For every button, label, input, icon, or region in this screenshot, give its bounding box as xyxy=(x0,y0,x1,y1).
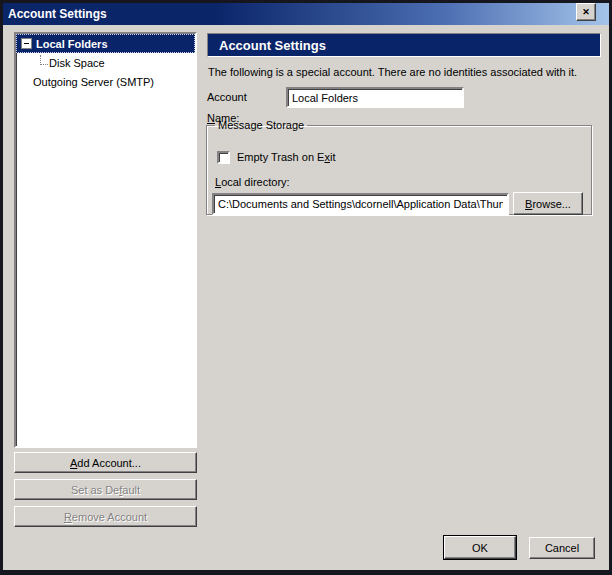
button-label: Add Account... xyxy=(70,457,141,469)
add-account-button[interactable]: Add Account... xyxy=(14,452,197,473)
panel-title: Account Settings xyxy=(219,38,326,53)
tree-item-local-folders[interactable]: Local Folders xyxy=(16,34,195,53)
button-label: Browse... xyxy=(525,198,571,210)
description-text: The following is a special account. Ther… xyxy=(208,66,600,78)
tree-item-label: Outgoing Server (SMTP) xyxy=(33,76,154,88)
empty-trash-label: Empty Trash on Exit xyxy=(237,151,335,163)
panel-header: Account Settings xyxy=(207,33,601,57)
close-button[interactable]: ✕ xyxy=(576,3,596,21)
tree-item-label: Local Folders xyxy=(36,38,108,50)
accounts-tree[interactable]: Local Folders Disk Space Outgoing Server… xyxy=(14,32,197,448)
button-label: Remove Account xyxy=(64,511,147,523)
message-storage-group: Message Storage Empty Trash on Exit Loca… xyxy=(206,119,592,215)
tree-item-outgoing-server[interactable]: Outgoing Server (SMTP) xyxy=(16,72,195,91)
group-legend: Message Storage xyxy=(215,119,307,131)
close-icon: ✕ xyxy=(582,7,590,17)
button-label: Set as Default xyxy=(71,484,140,496)
window-title: Account Settings xyxy=(3,3,609,25)
title-bar[interactable]: Account Settings xyxy=(3,3,609,25)
empty-trash-checkbox[interactable] xyxy=(217,151,230,164)
empty-trash-row[interactable]: Empty Trash on Exit xyxy=(217,150,335,164)
button-label: OK xyxy=(472,542,488,554)
ok-button[interactable]: OK xyxy=(444,536,516,559)
tree-item-disk-space[interactable]: Disk Space xyxy=(16,53,195,72)
remove-account-button[interactable]: Remove Account xyxy=(14,506,197,527)
local-directory-label: Local directory: xyxy=(215,176,290,188)
tree-connector xyxy=(40,55,48,65)
button-label: Cancel xyxy=(545,542,579,554)
local-directory-input[interactable] xyxy=(212,193,509,215)
collapse-icon[interactable] xyxy=(21,38,32,49)
account-settings-dialog: Account Settings ✕ Local Folders Disk Sp… xyxy=(0,0,612,575)
browse-button[interactable]: Browse... xyxy=(513,192,583,215)
cancel-button[interactable]: Cancel xyxy=(529,537,595,559)
set-default-button[interactable]: Set as Default xyxy=(14,479,197,500)
tree-item-label: Disk Space xyxy=(49,57,105,69)
account-name-input[interactable] xyxy=(286,87,464,108)
